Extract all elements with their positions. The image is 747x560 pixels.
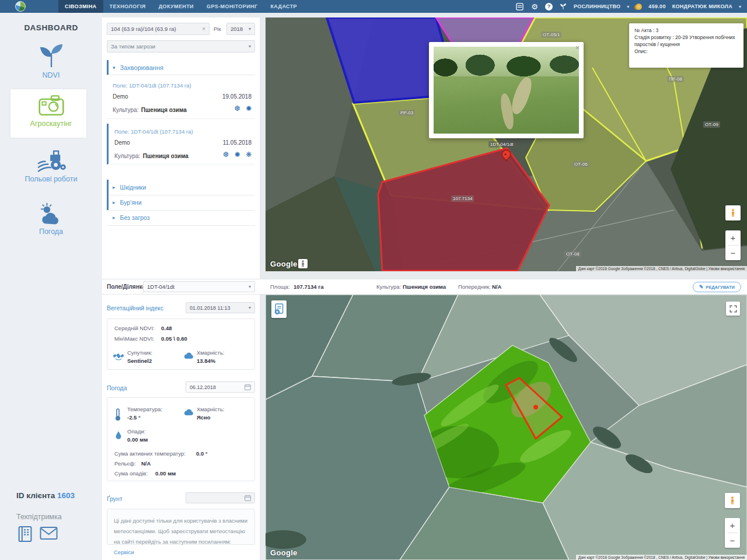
help-icon[interactable]: ? bbox=[545, 3, 553, 10]
sidebar-item-agroscouting[interactable]: Агроскаутінг bbox=[0, 94, 102, 128]
pegman-icon bbox=[730, 209, 736, 217]
chevron-right-icon: ▸ bbox=[113, 200, 116, 205]
scouting-map[interactable]: РР-03 ОТ-05/1 ПР-08 ОТ-09 ОТ-06 ОТ-08 10… bbox=[266, 18, 747, 271]
area-value: 107.7134 га bbox=[294, 284, 324, 290]
support-label: Техпідтримка bbox=[16, 513, 62, 521]
map-field-label: ОТ-08 bbox=[564, 251, 581, 257]
disease-icon: ❆ bbox=[223, 150, 229, 159]
navbar-right: ⚙ ? РОСЛИННИЦТВО ▾ 459.00 КОНДРАТЮК МИКО… bbox=[516, 0, 741, 13]
calendar-icon bbox=[245, 495, 251, 501]
sum-temp-label: Сума активних температур: bbox=[114, 450, 186, 457]
balance-amount[interactable]: 459.00 bbox=[648, 4, 665, 9]
field-select[interactable]: 1DT-04/1dt▾ bbox=[143, 281, 255, 292]
section-no-threats[interactable]: ▸ Без загроз bbox=[107, 210, 255, 226]
nav-item-crop-rotation[interactable]: СІВОЗМІНА bbox=[58, 0, 103, 13]
weather-section-link[interactable]: Погода bbox=[107, 384, 127, 391]
zoom-out-button[interactable]: − bbox=[725, 246, 741, 260]
calendar-icon bbox=[245, 384, 251, 390]
google-logo[interactable]: Google bbox=[270, 548, 298, 557]
year-select[interactable]: 2018▾ bbox=[226, 23, 255, 35]
app-root: СІВОЗМІНА ТЕХНОЛОГІЯ ДОКУМЕНТИ GPS-МОНІТ… bbox=[0, 0, 747, 560]
relief-label: Рельєф: bbox=[114, 460, 136, 467]
weather-date-field[interactable]: 06.12.2018 bbox=[186, 382, 255, 393]
crop-value: Пшениця озима bbox=[403, 284, 446, 290]
top-navbar: СІВОЗМІНА ТЕХНОЛОГІЯ ДОКУМЕНТИ GPS-МОНІТ… bbox=[0, 0, 747, 13]
user-menu[interactable]: КОНДРАТЮК МИКОЛА bbox=[672, 4, 732, 9]
nav-item-gps-monitoring[interactable]: GPS-МОНІТОРИНГ bbox=[200, 0, 264, 13]
camera-icon bbox=[37, 94, 65, 117]
sidebar-item-ndvi[interactable]: NDVI bbox=[0, 42, 102, 79]
crop-label: Культура: bbox=[376, 284, 401, 290]
zoom-out-button[interactable]: − bbox=[725, 533, 740, 548]
scout-photo-popup: × bbox=[429, 42, 584, 138]
caret-down-icon: ▾ bbox=[249, 26, 251, 32]
module-selector[interactable]: РОСЛИННИЦТВО bbox=[574, 4, 620, 9]
phonebook-icon[interactable] bbox=[18, 526, 33, 542]
map-pin-label: 1DT-04/1dt bbox=[488, 141, 515, 148]
sidebar-item-field-works[interactable]: Польові роботи bbox=[0, 148, 102, 183]
section-accent-bar bbox=[107, 60, 109, 75]
scouting-point[interactable] bbox=[533, 405, 538, 410]
report-button[interactable] bbox=[271, 300, 287, 318]
soil-section-link[interactable]: Ґрунт bbox=[107, 495, 123, 502]
weather-icon bbox=[38, 202, 65, 226]
growth-stage: Стадія розвитку : 20-29 Утворення побічн… bbox=[634, 34, 738, 48]
card-crop-value: Пшениця озима bbox=[141, 107, 187, 113]
sidebar-item-label: Агроскаутінг bbox=[0, 120, 102, 128]
vegetation-index-link[interactable]: Вегетаційний індекс bbox=[107, 304, 163, 312]
avg-ndvi-value: 0.48 bbox=[161, 325, 172, 331]
scout-photo[interactable] bbox=[434, 47, 579, 134]
card-field-label: Поле: 1DT-04/1dt (107.7134 га) bbox=[114, 128, 193, 135]
act-number: № Акта : 3 bbox=[634, 27, 738, 34]
pegman-button[interactable] bbox=[725, 493, 740, 508]
map-canvas[interactable] bbox=[266, 295, 747, 560]
envelope-icon[interactable] bbox=[40, 526, 58, 540]
close-icon[interactable]: × bbox=[575, 44, 580, 52]
pencil-icon: ✎ bbox=[699, 284, 704, 290]
map-field-label: РР-03 bbox=[399, 110, 415, 116]
google-logo[interactable]: Google bbox=[270, 260, 298, 268]
droplet-icon bbox=[115, 430, 122, 440]
field-search-input[interactable]: 104 (63.9 га)/104 (63.9 га) × bbox=[107, 23, 210, 35]
cloudiness-label: Хмарність: bbox=[197, 349, 224, 356]
database-icon[interactable] bbox=[516, 2, 524, 10]
fullscreen-button[interactable] bbox=[726, 302, 740, 316]
zoom-in-button[interactable]: + bbox=[725, 518, 740, 533]
sum-precip-value: 0.00 мм bbox=[155, 470, 176, 477]
soil-date-field[interactable] bbox=[186, 492, 255, 503]
ndvi-date-select[interactable]: 01.01.2018 11:13▾ bbox=[186, 302, 255, 313]
gear-icon[interactable]: ⚙ bbox=[530, 2, 539, 10]
ndvi-map[interactable]: + − Google Дані карт ©2018 Google Зображ… bbox=[266, 295, 747, 560]
pegman-icon bbox=[729, 496, 735, 505]
edit-button[interactable]: ✎ РЕДАГУВАТИ bbox=[693, 282, 741, 292]
description-label: Опис: bbox=[634, 48, 738, 55]
pegman-button[interactable] bbox=[725, 205, 741, 220]
section-accent-bar bbox=[107, 195, 109, 210]
card-name: Demo bbox=[114, 139, 130, 146]
cloudiness-value: 13.84% bbox=[197, 358, 215, 364]
clear-icon[interactable]: × bbox=[202, 26, 205, 32]
main-menu: СІВОЗМІНА ТЕХНОЛОГІЯ ДОКУМЕНТИ GPS-МОНІТ… bbox=[58, 0, 303, 13]
scout-card-selected[interactable]: Поле: 1DT-04/1dt (107.7134 га) Demo 11.0… bbox=[107, 124, 255, 164]
services-link[interactable]: Сервіси bbox=[114, 549, 134, 555]
scout-card[interactable]: Поле: 1DT-04/1dt (107.7134 га) Demo 19.0… bbox=[107, 78, 255, 119]
minmax-ndvi-label: Мін\Макс NDVI: bbox=[114, 335, 154, 342]
meteostation-notice: Ці дані доступні тільки для користувачів… bbox=[107, 509, 255, 545]
nav-item-cadastre[interactable]: КАДАСТР bbox=[264, 0, 303, 13]
section-pests[interactable]: ▸ Шкідники bbox=[107, 180, 255, 195]
nav-item-technology[interactable]: ТЕХНОЛОГІЯ bbox=[103, 0, 152, 13]
section-diseases[interactable]: ▾ Захворювання bbox=[107, 60, 255, 75]
temperature-value: -2.5 ° bbox=[127, 414, 141, 421]
sidebar-item-weather[interactable]: Погода bbox=[0, 202, 102, 236]
threat-type-select[interactable]: За типом загрози▾ bbox=[107, 40, 255, 52]
section-weeds[interactable]: ▸ Бур'яни bbox=[107, 195, 255, 211]
client-id: ID клієнта 1603 bbox=[16, 491, 75, 500]
zoom-in-button[interactable]: + bbox=[725, 230, 741, 245]
caret-down-icon: ▾ bbox=[627, 4, 629, 9]
brand-logo-icon[interactable] bbox=[15, 1, 26, 12]
nav-item-documents[interactable]: ДОКУМЕНТИ bbox=[152, 0, 200, 13]
temperature-label: Температура: bbox=[127, 406, 162, 412]
streetview-coverage-button[interactable] bbox=[298, 259, 308, 268]
cloudiness-label: Хмарність: bbox=[197, 406, 224, 412]
document-plus-icon bbox=[274, 303, 284, 315]
